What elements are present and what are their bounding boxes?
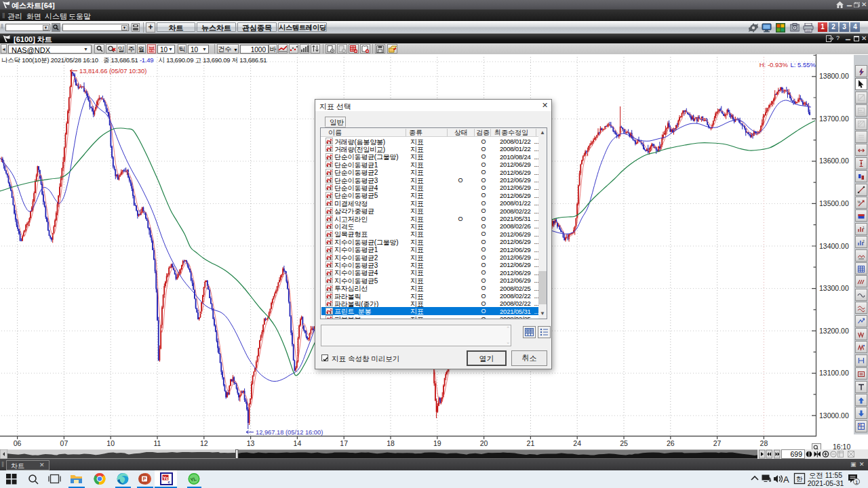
svg-text:P: P [143, 476, 146, 482]
svg-text:1: 1 [863, 226, 865, 230]
svg-text:19: 19 [433, 439, 441, 447]
svg-text:11: 11 [154, 439, 161, 447]
svg-text:16:10: 16:10 [833, 443, 850, 449]
svg-text:06: 06 [14, 439, 22, 447]
svg-text:13300.00: 13300.00 [819, 284, 849, 292]
svg-text:한: 한 [796, 475, 803, 483]
svg-text:13500.00: 13500.00 [819, 199, 849, 207]
svg-text:오전 11:55: 오전 11:55 [809, 471, 843, 479]
svg-text:13100.00: 13100.00 [819, 369, 849, 377]
svg-text:13: 13 [247, 439, 255, 447]
svg-text:13200.00: 13200.00 [819, 327, 849, 335]
svg-text:B: B [366, 49, 369, 53]
svg-text:13600.00: 13600.00 [819, 157, 849, 165]
svg-text:26: 26 [667, 439, 675, 447]
svg-text:13700.00: 13700.00 [819, 115, 849, 123]
svg-text:1: 1 [855, 479, 859, 485]
svg-text:13800.00: 13800.00 [819, 72, 849, 80]
svg-text:24: 24 [573, 439, 581, 447]
svg-text:12: 12 [200, 439, 208, 447]
svg-text:699: 699 [790, 450, 802, 458]
svg-text:21: 21 [527, 439, 535, 447]
svg-text:A: A [783, 474, 789, 485]
svg-text:25: 25 [620, 439, 628, 447]
svg-text:%: % [857, 200, 861, 204]
svg-text:17: 17 [340, 439, 348, 447]
svg-text:10: 10 [106, 439, 115, 447]
svg-text:2021-05-31: 2021-05-31 [808, 479, 844, 487]
svg-text:28: 28 [760, 439, 768, 447]
svg-text:13000.00: 13000.00 [819, 411, 849, 420]
svg-text:2: 2 [863, 239, 865, 243]
svg-text:20: 20 [480, 439, 488, 447]
svg-text:13,814.66 (05/07 10:30): 13,814.66 (05/07 10:30) [79, 68, 146, 75]
svg-text:14: 14 [294, 439, 302, 447]
svg-text:12,967.18 (05/12 16:00): 12,967.18 (05/12 16:00) [256, 429, 323, 436]
svg-text:27: 27 [713, 439, 722, 447]
svg-text:13400.00: 13400.00 [819, 242, 849, 250]
svg-text:B: B [355, 49, 357, 53]
svg-text:07: 07 [60, 439, 68, 447]
svg-text:18: 18 [387, 439, 395, 447]
